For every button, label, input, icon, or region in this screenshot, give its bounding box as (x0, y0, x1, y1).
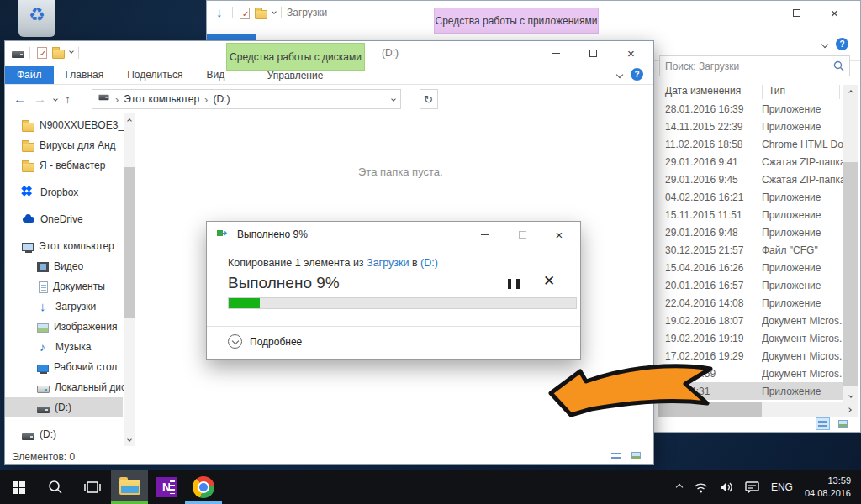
qat-dropdown-icon[interactable] (272, 9, 277, 14)
thumbnails-view-icon[interactable] (629, 449, 643, 462)
close-button[interactable]: × (612, 41, 650, 65)
sidebar-item[interactable]: Документы (5, 276, 123, 297)
file-row[interactable]: 20.01.2016 16:57 Приложение (658, 276, 843, 294)
task-view-button[interactable] (74, 470, 111, 504)
maximize-button[interactable] (574, 41, 612, 65)
column-header-date[interactable]: Дата изменения (665, 85, 741, 97)
sidebar-item[interactable]: Рабочий стол (5, 357, 123, 377)
cancel-icon[interactable]: ✕ (543, 272, 555, 290)
tab-manage[interactable]: Управление (253, 70, 337, 81)
ribbon-tab[interactable]: Главная (54, 66, 116, 84)
back-icon[interactable]: ← (13, 92, 26, 106)
sidebar-item[interactable]: (D:) (5, 424, 123, 444)
file-row[interactable]: 19.02.2016 19:19 Документ Micros.. (658, 329, 843, 347)
taskbar-file-explorer[interactable] (111, 470, 148, 504)
close-button[interactable]: × (816, 1, 853, 24)
maximize-button[interactable] (510, 222, 535, 247)
destination-link[interactable]: (D:) (420, 257, 438, 269)
sidebar-item[interactable]: Dropbox (5, 182, 123, 202)
file-row[interactable]: 15.04.2016 16:26 Приложение (658, 259, 843, 276)
scroll-down-icon[interactable] (124, 432, 135, 446)
properties-icon[interactable] (37, 47, 47, 59)
sidebar-item[interactable]: Видео (5, 256, 123, 276)
forward-icon[interactable]: → (34, 92, 46, 106)
sidebar-item[interactable]: Локальный дис (5, 377, 123, 397)
scroll-up-icon[interactable] (124, 113, 135, 128)
notification-icon[interactable] (745, 481, 759, 494)
address-dropdown-icon[interactable] (391, 97, 396, 102)
history-dropdown-icon[interactable] (53, 97, 58, 102)
minimize-button[interactable] (473, 222, 498, 247)
help-icon[interactable]: ? (836, 38, 848, 50)
minimize-button[interactable] (536, 41, 574, 65)
scroll-right-icon[interactable] (842, 402, 856, 417)
breadcrumb-root[interactable]: Этот компьютер (124, 93, 199, 105)
tray-expand-icon[interactable] (676, 484, 683, 491)
sidebar-item[interactable]: Я - вебмастер (5, 155, 123, 176)
sidebar-item[interactable]: N900XXUEBOE3_ (5, 115, 123, 135)
up-icon[interactable]: ↑ (65, 92, 71, 106)
language-indicator[interactable]: ENG (771, 481, 793, 493)
start-button[interactable] (0, 470, 37, 504)
ribbon-tab[interactable]: Файл (5, 66, 54, 84)
details-view-icon[interactable] (609, 449, 623, 462)
scrollbar-thumb[interactable] (843, 162, 858, 386)
scroll-down-icon[interactable] (843, 388, 858, 402)
vertical-scrollbar[interactable] (843, 85, 858, 402)
clock[interactable]: 13:59 04.08.2016 (805, 475, 851, 500)
refresh-icon[interactable]: ↻ (420, 89, 438, 109)
new-folder-icon[interactable] (255, 10, 267, 19)
file-row[interactable]: 14.11.2015 22:39 Приложение (658, 118, 843, 135)
sidebar-item[interactable]: Этот компьютер (5, 236, 123, 256)
close-button[interactable]: × (547, 222, 572, 247)
help-icon[interactable]: ? (631, 68, 643, 81)
column-divider[interactable] (839, 85, 840, 99)
ribbon-tab[interactable]: Поделиться (115, 66, 194, 84)
minimize-button[interactable] (740, 1, 778, 24)
file-row[interactable]: 30.12.2015 21:57 Файл "CFG" (658, 241, 843, 259)
sidebar-item[interactable]: OneDrive (5, 209, 123, 229)
qat-dropdown-icon[interactable] (69, 49, 74, 54)
file-row[interactable]: 15.11.2015 11:51 Приложение (658, 206, 843, 223)
file-row[interactable]: 28.01.2016 16:39 Приложение (658, 100, 843, 118)
sidebar-item[interactable]: Загрузки (5, 297, 123, 317)
file-row[interactable]: 22.04.2016 14:08 Приложение (658, 294, 843, 312)
sidebar-item[interactable]: Вирусы для Анд (5, 135, 123, 155)
file-row[interactable]: 29.01.2016 9:45 Сжатая ZIP-папка (658, 171, 843, 188)
wifi-icon[interactable] (694, 482, 708, 493)
sidebar-item[interactable]: (D:) (5, 397, 123, 417)
pause-icon[interactable] (508, 279, 520, 289)
recycle-bin-icon[interactable]: ♻ (18, 0, 55, 37)
scroll-up-icon[interactable] (843, 85, 858, 99)
column-header-type[interactable]: Тип (769, 85, 785, 97)
breadcrumb-current[interactable]: (D:) (213, 93, 230, 105)
ribbon-collapse-icon[interactable] (821, 40, 828, 47)
maximize-button[interactable] (778, 1, 816, 24)
search-icon[interactable] (833, 60, 844, 71)
sidebar-item[interactable]: Музыка (5, 337, 123, 357)
file-row[interactable]: 11.02.2016 18:58 Chrome HTML Do (658, 135, 843, 153)
sidebar-scrollbar[interactable] (124, 113, 135, 446)
properties-icon[interactable] (240, 8, 250, 19)
scrollbar-thumb[interactable] (124, 167, 135, 318)
volume-icon[interactable] (720, 481, 733, 493)
details-toggle[interactable]: Подробнее (228, 334, 302, 349)
thumbnails-view-icon[interactable] (836, 417, 850, 430)
taskbar-onenote[interactable]: N (148, 470, 185, 504)
address-bar[interactable]: › Этот компьютер › (D:) (92, 89, 401, 109)
ribbon-collapse-icon[interactable] (616, 71, 623, 77)
chevron-down-icon[interactable] (228, 334, 242, 349)
taskbar-chrome[interactable] (185, 470, 222, 504)
tab-drive-tools[interactable]: Средства работы с дисками (226, 43, 365, 71)
file-row[interactable]: 29.01.2016 9:41 Сжатая ZIP-папка (658, 153, 843, 171)
column-divider[interactable] (762, 85, 763, 99)
new-folder-icon[interactable] (52, 50, 65, 59)
sidebar-item[interactable]: Изображения (5, 317, 123, 337)
source-link[interactable]: Загрузки (367, 257, 409, 269)
file-row[interactable]: 29.01.2016 9:48 Приложение (658, 223, 843, 241)
taskbar-search-button[interactable] (37, 470, 74, 504)
file-row[interactable]: 19.02.2016 18:07 Документ Micros.. (658, 312, 843, 329)
tab-application-tools[interactable]: Средства работы с приложениями (434, 8, 599, 34)
search-box-downloads[interactable]: Поиск: Загрузки (659, 55, 850, 76)
file-row[interactable]: 04.02.2016 16:21 Приложение (658, 188, 843, 206)
